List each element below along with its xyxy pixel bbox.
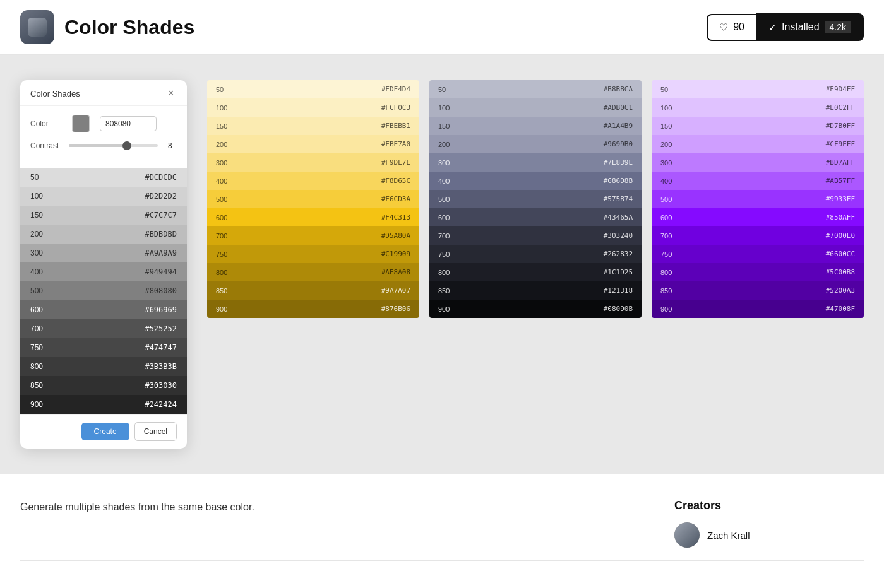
palette-shade-row: 200#FBE7A0 xyxy=(207,135,419,153)
palette-shade-number: 700 xyxy=(216,232,234,240)
palette-shade-hex: #A1A4B9 xyxy=(604,122,633,130)
palette-shade-row: 750#C19909 xyxy=(207,245,419,263)
palette-shade-hex: #FBEBB1 xyxy=(381,122,410,130)
palettes-container: 50#FDF4D4100#FCF0C3150#FBEBB1200#FBE7A03… xyxy=(207,80,864,318)
palette-shade-number: 400 xyxy=(438,177,456,185)
slider-thumb xyxy=(122,141,131,150)
palette-shade-row: 900#08090B xyxy=(429,300,642,318)
shade-hex: #D2D2D2 xyxy=(145,192,177,201)
shade-number: 700 xyxy=(30,324,49,333)
installed-label: Installed xyxy=(782,21,820,33)
palette-shade-number: 600 xyxy=(438,214,456,221)
dialog-body: Color Contrast 8 xyxy=(20,106,187,168)
palette-shade-row: 300#F9DE7E xyxy=(207,153,419,172)
palette-shade-number: 500 xyxy=(216,196,234,203)
palette-shade-row: 750#6600CC xyxy=(652,245,864,263)
check-icon: ✓ xyxy=(768,21,777,33)
palette-shade-row: 500#F6CD3A xyxy=(207,190,419,208)
color-swatch[interactable] xyxy=(72,115,90,132)
shade-number: 100 xyxy=(30,192,49,201)
shade-number: 600 xyxy=(30,305,49,314)
palette-shade-number: 900 xyxy=(438,305,456,313)
dialog-footer: Create Cancel xyxy=(20,414,187,449)
creator-avatar-image xyxy=(674,522,700,548)
shade-number: 800 xyxy=(30,362,49,371)
palette-shade-row: 700#7000E0 xyxy=(652,226,864,245)
palette-shade-hex: #1C1D25 xyxy=(604,268,633,276)
shade-number: 300 xyxy=(30,249,49,257)
shade-row: 150#C7C7C7 xyxy=(20,206,187,225)
palette-shade-row: 500#9933FF xyxy=(652,190,864,208)
palette-shade-number: 850 xyxy=(438,287,456,295)
palette-shade-hex: #AB57FF xyxy=(826,177,855,185)
shade-row: 600#696969 xyxy=(20,300,187,319)
heart-icon: ♡ xyxy=(719,21,728,33)
close-icon[interactable]: × xyxy=(165,88,177,99)
shade-number: 150 xyxy=(30,211,49,220)
palette-shade-row: 100#ADB0C1 xyxy=(429,98,642,117)
color-input[interactable] xyxy=(100,116,157,131)
palette-shade-row: 100#FCF0C3 xyxy=(207,98,419,117)
slider-track xyxy=(69,144,158,147)
shade-row: 300#A9A9A9 xyxy=(20,244,187,262)
plugin-dialog: Color Shades × Color Contrast 8 xyxy=(20,80,187,449)
palette-shade-hex: #9A7A07 xyxy=(381,286,410,295)
palette-shade-row: 600#850AFF xyxy=(652,208,864,226)
palette-shade-hex: #575B74 xyxy=(604,195,633,203)
palette-shade-hex: #6600CC xyxy=(826,250,855,258)
palette-shade-hex: #FBE7A0 xyxy=(381,140,410,148)
color-row: Color xyxy=(30,115,177,132)
palette-shade-number: 200 xyxy=(216,141,234,148)
palette-shade-hex: #E0C2FF xyxy=(826,103,855,112)
palette-shade-hex: #47008F xyxy=(826,305,855,313)
creator-name: Zach Krall xyxy=(707,530,750,541)
palette-shade-number: 300 xyxy=(438,159,456,167)
shade-number: 750 xyxy=(30,343,49,352)
contrast-slider[interactable] xyxy=(69,144,158,147)
palette-shade-hex: #850AFF xyxy=(826,213,855,221)
palette-shade-row: 750#262832 xyxy=(429,245,642,263)
installed-button[interactable]: ✓ Installed 4.2k xyxy=(756,13,864,41)
palette-shade-number: 150 xyxy=(216,122,234,130)
palette-shade-number: 400 xyxy=(660,177,678,185)
palette-shade-row: 200#9699B0 xyxy=(429,135,642,153)
palette-shade-number: 900 xyxy=(216,305,234,313)
palette-shade-row: 850#121318 xyxy=(429,281,642,300)
header-left: Color Shades xyxy=(20,10,707,44)
cancel-button[interactable]: Cancel xyxy=(134,422,177,441)
palette-shade-number: 400 xyxy=(216,177,234,185)
shade-hex: #808080 xyxy=(145,286,177,295)
shade-number: 50 xyxy=(30,173,49,182)
creator-row: Zach Krall xyxy=(674,522,864,548)
palette-shade-hex: #AE8A08 xyxy=(381,268,410,276)
install-count: 4.2k xyxy=(825,21,851,33)
palette-shade-row: 900#876B06 xyxy=(207,300,419,318)
shade-number: 200 xyxy=(30,230,49,238)
palette-shade-row: 150#FBEBB1 xyxy=(207,117,419,135)
like-button[interactable]: ♡ 90 xyxy=(707,14,756,41)
palette-shade-row: 100#E0C2FF xyxy=(652,98,864,117)
palette-shade-number: 200 xyxy=(438,141,456,148)
description-left: Generate multiple shades from the same b… xyxy=(20,499,649,548)
palette-shade-number: 750 xyxy=(438,250,456,258)
palette-shade-hex: #5200A3 xyxy=(826,286,855,295)
create-button[interactable]: Create xyxy=(81,423,129,440)
palette-shade-hex: #43465A xyxy=(604,213,633,221)
color-label: Color xyxy=(30,119,62,128)
palette-shade-hex: #9933FF xyxy=(826,195,855,203)
palette-yellow: 50#FDF4D4100#FCF0C3150#FBEBB1200#FBE7A03… xyxy=(207,80,419,318)
shade-hex: #303030 xyxy=(145,381,177,390)
palette-shade-number: 150 xyxy=(660,122,678,130)
palette-shade-number: 850 xyxy=(660,287,678,295)
palette-shade-hex: #303240 xyxy=(604,232,633,240)
palette-shade-hex: #C19909 xyxy=(381,250,410,258)
contrast-row: Contrast 8 xyxy=(30,141,177,150)
palette-shade-hex: #F8D65C xyxy=(381,177,410,185)
palette-shade-number: 100 xyxy=(660,104,678,112)
palette-shade-number: 750 xyxy=(660,250,678,258)
shade-row: 900#242424 xyxy=(20,395,187,414)
shade-number: 850 xyxy=(30,381,49,390)
creators-title: Creators xyxy=(674,499,864,512)
palette-shade-row: 600#F4C313 xyxy=(207,208,419,226)
shade-row: 750#474747 xyxy=(20,338,187,357)
